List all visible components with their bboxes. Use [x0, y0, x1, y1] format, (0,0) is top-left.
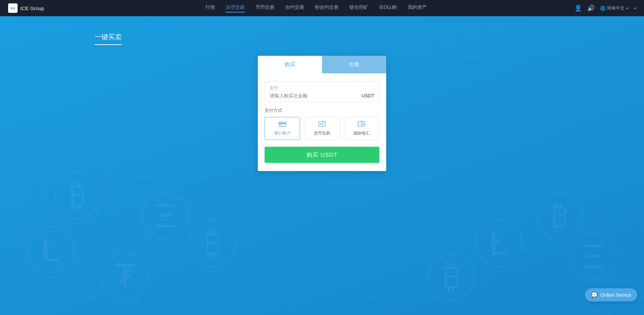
watermark-crypto-1: ₿ — [54, 172, 101, 219]
amount-input[interactable] — [270, 93, 362, 98]
brand-name: ICE Group — [20, 5, 44, 11]
watermark-crypto-2: Ξ — [142, 192, 189, 239]
watermark-crypto-8: ₮ — [101, 253, 149, 300]
payment-swift[interactable]: 国际电汇 — [344, 117, 379, 140]
user-icon[interactable]: 👤 — [574, 4, 582, 12]
watermark-crypto-4: ₿ — [189, 219, 237, 266]
svg-rect-1 — [279, 123, 286, 124]
watermark-crypto-6: Ξ — [570, 233, 617, 280]
nav-coin[interactable]: 币币交易 — [255, 4, 274, 12]
online-service-button[interactable]: 💬 Online Service — [585, 288, 637, 301]
card-tabs: 购买 出售 — [258, 56, 386, 73]
amount-input-group: 支付 USDT — [265, 81, 379, 102]
watermark-crypto-7: Ł — [475, 219, 522, 266]
swift-label: 国际电汇 — [353, 130, 370, 136]
nav-ieo[interactable]: IEO认购 — [379, 4, 397, 12]
input-row: USDT — [270, 93, 374, 98]
tab-sell[interactable]: 出售 — [322, 56, 386, 73]
payment-bank[interactable]: 银行账户 — [265, 117, 300, 140]
buy-button[interactable]: 购买 USDT — [265, 147, 379, 163]
trade-card: 购买 出售 支付 USDT 支付方式 — [258, 56, 386, 171]
bank-icon — [279, 121, 286, 128]
nav-flash[interactable]: 秒合约交易 — [315, 4, 339, 12]
nav-fiat[interactable]: 法币交易 — [226, 4, 245, 12]
currency-label: USDT — [362, 93, 374, 98]
page-title-area: 一键买卖 — [0, 16, 644, 45]
input-label: 支付 — [270, 85, 374, 91]
svg-rect-2 — [280, 125, 281, 125]
lang-label: 简体中文 — [607, 5, 624, 11]
svg-rect-0 — [279, 122, 286, 126]
swift-icon — [358, 121, 365, 128]
navbar-right: 👤 🔊 🌐 简体中文 ▾ ▾ — [574, 4, 636, 12]
crypto-icon — [318, 121, 326, 128]
nav-assets[interactable]: 我的资产 — [408, 4, 427, 12]
bank-label: 银行账户 — [274, 130, 291, 136]
chat-icon: 💬 — [591, 292, 598, 298]
chevron-down-icon: ▾ — [626, 6, 628, 10]
nav-market[interactable]: 行情 — [205, 4, 215, 12]
nav-mining[interactable]: 锁仓挖矿 — [349, 4, 368, 12]
nav-contract[interactable]: 合约交易 — [285, 4, 304, 12]
page-title: 一键买卖 — [95, 32, 122, 45]
card-container: 购买 出售 支付 USDT 支付方式 — [0, 56, 644, 171]
payment-label: 支付方式 — [265, 107, 379, 114]
payment-crypto[interactable]: 货币交易 — [304, 117, 340, 140]
navbar: ice ICE Group 行情 法币交易 币币交易 合约交易 秒合约交易 锁仓… — [0, 0, 644, 16]
main-background: ₿ Ξ Ł ₿ ₿ Ξ Ł ₮ ₿ 一键买卖 购买 出售 支付 — [0, 16, 644, 315]
watermark-crypto-5: ₿ — [536, 192, 583, 239]
globe-icon: 🌐 — [600, 6, 605, 11]
volume-icon[interactable]: 🔊 — [587, 4, 595, 12]
language-selector[interactable]: 🌐 简体中文 ▾ — [600, 5, 628, 11]
brand-logo: ice — [8, 3, 18, 13]
online-service-label: Online Service — [600, 292, 631, 298]
navbar-links: 行情 法币交易 币币交易 合约交易 秒合约交易 锁仓挖矿 IEO认购 我的资产 — [58, 4, 574, 12]
card-body: 支付 USDT 支付方式 — [258, 73, 386, 171]
watermark-crypto-9: ₿ — [428, 253, 475, 300]
brand[interactable]: ice ICE Group — [8, 3, 44, 13]
watermark-crypto-3: Ł — [27, 226, 74, 273]
crypto-label: 货币交易 — [314, 130, 330, 136]
more-chevron-icon[interactable]: ▾ — [634, 6, 636, 10]
payment-methods: 银行账户 货币交易 — [265, 117, 379, 140]
tab-buy[interactable]: 购买 — [258, 56, 322, 73]
